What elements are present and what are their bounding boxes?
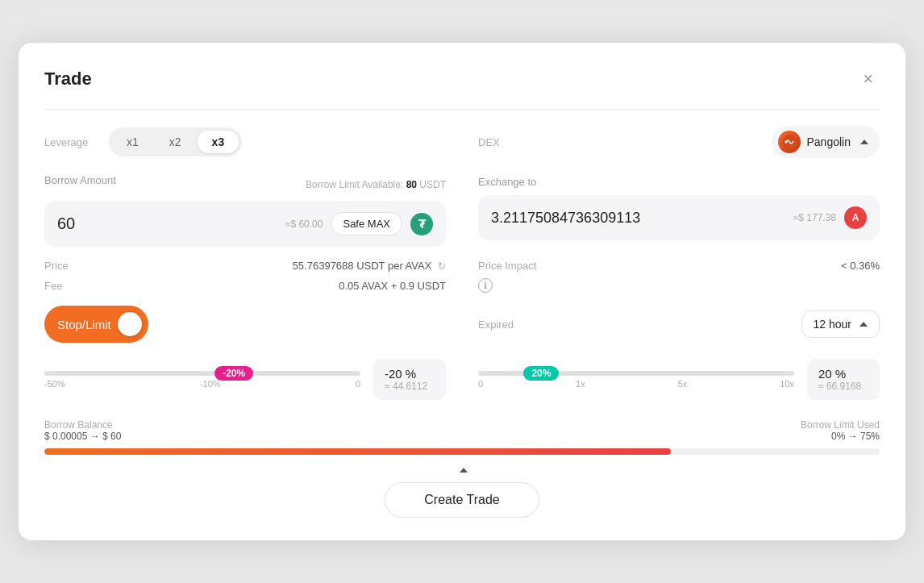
- leverage-section: Leverage x1 x2 x3: [44, 126, 446, 158]
- borrow-balance-label: Borrow Balance: [44, 419, 121, 431]
- price-label: Price: [44, 260, 69, 272]
- expired-value: 12 hour: [814, 318, 851, 331]
- create-trade-button[interactable]: Create Trade: [385, 482, 539, 518]
- left-slider-track: -20%: [44, 371, 360, 376]
- fee-info-row: Fee 0.05 AVAX + 0.9 USDT ℹ: [44, 278, 880, 299]
- dex-label: DEX: [478, 136, 500, 148]
- close-button[interactable]: ×: [856, 65, 880, 93]
- borrow-balance-section: Borrow Balance $ 0.00005 → $ 60: [44, 419, 121, 442]
- create-trade-row: Create Trade: [44, 482, 880, 518]
- safe-max-button[interactable]: Safe MAX: [331, 212, 402, 235]
- svg-point-1: [785, 141, 787, 144]
- borrow-exchange-row: Borrow Amount Borrow Limit Available: 80…: [44, 174, 880, 260]
- price-value: 55.76397688 USDT per AVAX ↻: [293, 260, 446, 272]
- right-slider-track: 20%: [478, 371, 794, 376]
- expired-selector-button[interactable]: 12 hour: [801, 310, 880, 338]
- leverage-x1[interactable]: x1: [112, 131, 153, 153]
- right-slider-value-approx: ≈ 66.9168: [818, 381, 868, 392]
- modal-title: Trade: [44, 69, 92, 90]
- leverage-label: Leverage: [44, 136, 109, 148]
- expired-chevron-icon: [859, 322, 868, 327]
- exchange-value: 3.21175084736309113: [491, 210, 785, 227]
- borrow-limit-used-section: Borrow Limit Used 0% → 75%: [801, 419, 880, 442]
- right-slider-group: 20% 0 1x 5x 10x 20 % ≈ 66.9168: [478, 359, 880, 400]
- borrow-value: 60: [57, 214, 277, 233]
- progress-bar-container: [44, 448, 880, 455]
- exchange-input-box: 3.21175084736309113 ≈$ 177.38 A: [478, 195, 880, 240]
- fee-row: Fee 0.05 AVAX + 0.9 USDT: [44, 278, 446, 293]
- leverage-x2[interactable]: x2: [155, 131, 196, 153]
- borrow-balance-value: $ 0.00005 → $ 60: [44, 431, 121, 442]
- top-row: Leverage x1 x2 x3 DEX Pangolin: [44, 126, 880, 174]
- price-impact-row: Price 55.76397688 USDT per AVAX ↻ Price …: [44, 260, 880, 278]
- borrow-balance-row: Borrow Balance $ 0.00005 → $ 60 Borrow L…: [44, 419, 880, 442]
- avax-icon: A: [844, 206, 867, 229]
- exchange-section: Exchange to 3.21175084736309113 ≈$ 177.3…: [478, 174, 880, 247]
- borrow-label: Borrow Amount: [44, 174, 116, 186]
- left-slider-group: -20% -50% -10% 0 -20 % ≈ 44.6112: [44, 359, 446, 400]
- progress-bar-fill: [44, 448, 671, 455]
- stop-expired-row: Stop/Limit Expired 12 hour: [44, 299, 880, 343]
- borrow-section: Borrow Amount Borrow Limit Available: 80…: [44, 174, 446, 247]
- right-slider-labels: 0 1x 5x 10x: [478, 379, 794, 389]
- leverage-buttons: x1 x2 x3: [109, 127, 242, 156]
- expired-label: Expired: [478, 319, 514, 331]
- fee-value: 0.05 AVAX + 0.9 USDT: [339, 280, 446, 292]
- left-slider-labels: -50% -10% 0: [44, 379, 360, 389]
- price-impact-value: < 0.36%: [841, 260, 880, 272]
- left-slider-thumb[interactable]: -20%: [214, 366, 253, 381]
- leverage-x3[interactable]: x3: [198, 131, 239, 153]
- price-impact-label: Price Impact: [478, 260, 536, 272]
- fee-info-icon-row: ℹ: [478, 278, 880, 293]
- borrow-limit-used-value: 0% → 75%: [801, 431, 880, 442]
- stop-limit-label: Stop/Limit: [57, 318, 111, 331]
- right-slider-thumb[interactable]: 20%: [523, 366, 559, 381]
- borrow-limit-text: Borrow Limit Available: 80 USDT: [306, 179, 446, 190]
- left-slider-value-box: -20 % ≈ 44.6112: [373, 359, 446, 400]
- exchange-approx: ≈$ 177.38: [793, 212, 836, 223]
- collapse-chevron-row: [44, 461, 880, 476]
- fee-label: Fee: [44, 280, 62, 292]
- dex-section: DEX Pangolin: [478, 126, 880, 158]
- right-slider-value-box: 20 % ≈ 66.9168: [807, 359, 880, 400]
- trade-modal: Trade × Leverage x1 x2 x3 DEX: [19, 43, 905, 540]
- dex-name: Pangolin: [807, 135, 851, 148]
- left-slider-value-approx: ≈ 44.6112: [385, 381, 435, 392]
- exchange-label: Exchange to: [478, 176, 536, 188]
- tether-icon: ₮: [410, 213, 433, 235]
- info-icon[interactable]: ℹ: [478, 278, 493, 293]
- price-row: Price 55.76397688 USDT per AVAX ↻: [44, 260, 446, 272]
- toggle-circle: [118, 312, 142, 336]
- refresh-icon[interactable]: ↻: [438, 260, 446, 272]
- left-slider-with-input: -20% -50% -10% 0 -20 % ≈ 44.6112: [44, 359, 446, 400]
- borrow-header: Borrow Amount Borrow Limit Available: 80…: [44, 174, 446, 194]
- stop-limit-section: Stop/Limit: [44, 306, 446, 343]
- dex-selector-button[interactable]: Pangolin: [772, 126, 880, 158]
- borrow-approx: ≈$ 60.00: [285, 219, 323, 230]
- header-divider: [44, 109, 880, 110]
- sliders-row: -20% -50% -10% 0 -20 % ≈ 44.6112: [44, 359, 880, 406]
- expired-section: Expired 12 hour: [478, 306, 880, 343]
- modal-header: Trade ×: [44, 65, 880, 93]
- dex-chevron-icon: [860, 140, 868, 144]
- price-impact-section: Price Impact < 0.36%: [478, 260, 880, 272]
- borrow-limit-used-label: Borrow Limit Used: [801, 419, 880, 431]
- borrow-input-box: 60 ≈$ 60.00 Safe MAX ₮: [44, 201, 446, 247]
- collapse-chevron-icon[interactable]: [460, 468, 468, 473]
- right-slider-track-container: 20% 0 1x 5x 10x: [478, 371, 794, 389]
- right-slider-value-main: 20 %: [818, 367, 868, 381]
- left-slider-track-container: -20% -50% -10% 0: [44, 371, 360, 389]
- stop-limit-toggle[interactable]: Stop/Limit: [44, 306, 148, 343]
- left-slider-value-main: -20 %: [385, 367, 435, 381]
- right-slider-with-input: 20% 0 1x 5x 10x 20 % ≈ 66.9168: [478, 359, 880, 400]
- pangolin-icon: [778, 131, 801, 153]
